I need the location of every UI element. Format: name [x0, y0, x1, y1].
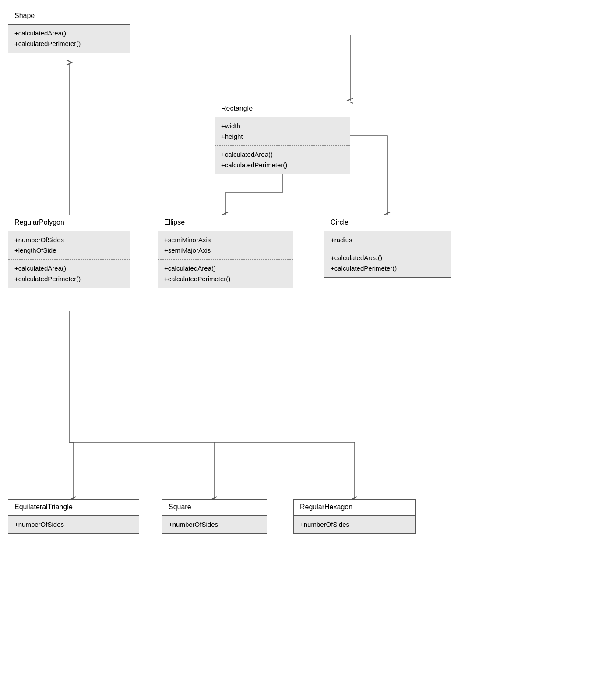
regularpolygon-method-2: +calculatedPerimeter() — [14, 274, 124, 284]
rectangle-attrs: +width +height — [215, 117, 350, 146]
ellipse-methods: +calculatedArea() +calculatedPerimeter() — [158, 260, 293, 288]
rectangle-attr-2: +height — [221, 131, 344, 142]
rectangle-class: Rectangle +width +height +calculatedArea… — [215, 101, 350, 174]
rectangle-to-ellipse-line — [225, 171, 282, 215]
ellipse-attr-2: +semiMajorAxis — [164, 245, 287, 256]
ellipse-class: Ellipse +semiMinorAxis +semiMajorAxis +c… — [158, 215, 293, 288]
regularpolygon-to-hexagon-line — [215, 442, 355, 499]
rectangle-attr-1: +width — [221, 121, 344, 131]
rectangle-method-1: +calculatedArea() — [221, 149, 344, 160]
shape-class-name: Shape — [8, 8, 130, 25]
shape-class: Shape +calculatedArea() +calculatedPerim… — [8, 8, 130, 53]
regularpolygon-to-square-line — [69, 442, 215, 499]
shape-method-2: +calculatedPerimeter() — [14, 39, 124, 49]
rectangle-class-name: Rectangle — [215, 101, 350, 117]
regularpolygon-attr-2: +lengthOfSide — [14, 245, 124, 256]
circle-methods: +calculatedArea() +calculatedPerimeter() — [324, 249, 451, 277]
circle-method-1: +calculatedArea() — [331, 253, 444, 263]
uml-diagram: Shape +calculatedArea() +calculatedPerim… — [0, 0, 616, 684]
rectangle-methods: +calculatedArea() +calculatedPerimeter() — [215, 146, 350, 174]
ellipse-attr-1: +semiMinorAxis — [164, 235, 287, 245]
ellipse-attrs: +semiMinorAxis +semiMajorAxis — [158, 231, 293, 260]
square-attr-1: +numberOfSides — [169, 519, 260, 530]
ellipse-method-2: +calculatedPerimeter() — [164, 274, 287, 284]
equilateraltriangle-class: EquilateralTriangle +numberOfSides — [8, 499, 139, 534]
circle-method-2: +calculatedPerimeter() — [331, 263, 444, 274]
regularpolygon-methods: +calculatedArea() +calculatedPerimeter() — [8, 260, 130, 288]
ellipse-class-name: Ellipse — [158, 215, 293, 231]
ellipse-method-1: +calculatedArea() — [164, 263, 287, 274]
regularpolygon-attr-1: +numberOfSides — [14, 235, 124, 245]
circle-attr-1: +radius — [331, 235, 444, 245]
regularpolygon-method-1: +calculatedArea() — [14, 263, 124, 274]
regularhexagon-class: RegularHexagon +numberOfSides — [293, 499, 416, 534]
equilateraltriangle-attrs: +numberOfSides — [8, 516, 139, 533]
regularpolygon-attrs: +numberOfSides +lengthOfSide — [8, 231, 130, 260]
circle-class-name: Circle — [324, 215, 451, 231]
equilateraltriangle-class-name: EquilateralTriangle — [8, 500, 139, 516]
square-class: Square +numberOfSides — [162, 499, 267, 534]
circle-attrs: +radius — [324, 231, 451, 249]
square-class-name: Square — [162, 500, 267, 516]
square-attrs: +numberOfSides — [162, 516, 267, 533]
regularpolygon-class: RegularPolygon +numberOfSides +lengthOfS… — [8, 215, 130, 288]
shape-method-1: +calculatedArea() — [14, 28, 124, 39]
shape-methods: +calculatedArea() +calculatedPerimeter() — [8, 25, 130, 53]
regularhexagon-attrs: +numberOfSides — [294, 516, 415, 533]
regularpolygon-to-equilateral-line — [69, 311, 74, 499]
rectangle-to-circle-line — [350, 136, 387, 215]
circle-class: Circle +radius +calculatedArea() +calcul… — [324, 215, 451, 278]
regularpolygon-class-name: RegularPolygon — [8, 215, 130, 231]
equilateraltriangle-attr-1: +numberOfSides — [14, 519, 133, 530]
shape-to-rectangle-line — [130, 35, 350, 101]
regularhexagon-attr-1: +numberOfSides — [300, 519, 409, 530]
rectangle-method-2: +calculatedPerimeter() — [221, 160, 344, 170]
regularhexagon-class-name: RegularHexagon — [294, 500, 415, 516]
